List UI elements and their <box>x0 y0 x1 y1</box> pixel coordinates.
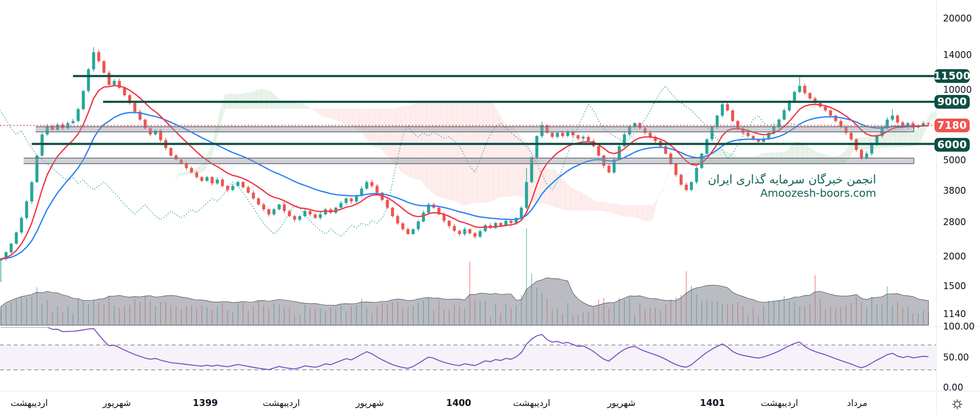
time-axis-label: مرداد <box>847 398 867 408</box>
time-axis-separator <box>0 391 980 391</box>
time-axis-label: 1399 <box>193 398 218 408</box>
rsi-tick-label: 100.00 <box>943 321 974 332</box>
price-tick-label: 14000 <box>943 50 972 60</box>
gear-icon[interactable] <box>950 397 965 412</box>
chart-application: 2000014000100005000380028002000150011401… <box>0 0 980 415</box>
current-price-badge: 7180 <box>934 119 970 132</box>
price-tick-label: 5000 <box>943 155 966 165</box>
level-badge-9000: 9000 <box>934 95 970 109</box>
price-tick-label: 3800 <box>943 186 966 196</box>
time-axis-label: اردیبهشت <box>11 398 48 408</box>
rsi-tick-label: 50.00 <box>943 352 969 363</box>
price-tick-label: 2800 <box>943 217 966 227</box>
rsi-tick-label: 0.00 <box>943 382 963 393</box>
time-axis-label: شهریور <box>356 398 384 408</box>
time-axis-label: 1400 <box>446 398 471 408</box>
watermark-persian-text: انجمن خبرگان سرمایه گذاری ایران <box>708 173 876 187</box>
pane-separator[interactable] <box>0 327 980 327</box>
price-tick-label: 2000 <box>943 251 966 262</box>
price-tick-label: 10000 <box>943 85 972 95</box>
time-axis-label: اردیبهشت <box>263 398 300 408</box>
price-tick-label: 1140 <box>943 309 966 319</box>
price-chart-canvas[interactable] <box>0 0 936 327</box>
time-axis-label: اردیبهشت <box>513 398 551 408</box>
time-axis-label: اردیبهشت <box>761 398 798 408</box>
price-tick-label: 1500 <box>943 281 966 291</box>
time-axis-label: شهریور <box>607 398 636 408</box>
watermark: انجمن خبرگان سرمایه گذاری ایران Amoozesh… <box>708 173 876 200</box>
price-tick-label: 20000 <box>943 13 972 24</box>
time-axis-label: شهریور <box>103 398 131 408</box>
level-badge-11500: 11500 <box>934 69 970 83</box>
rsi-pane-canvas[interactable] <box>0 327 936 391</box>
level-badge-6000: 6000 <box>934 138 970 152</box>
price-axis-separator <box>936 0 937 415</box>
watermark-site-url: Amoozesh-boors.com <box>708 187 876 200</box>
time-axis-label: 1401 <box>700 398 725 408</box>
